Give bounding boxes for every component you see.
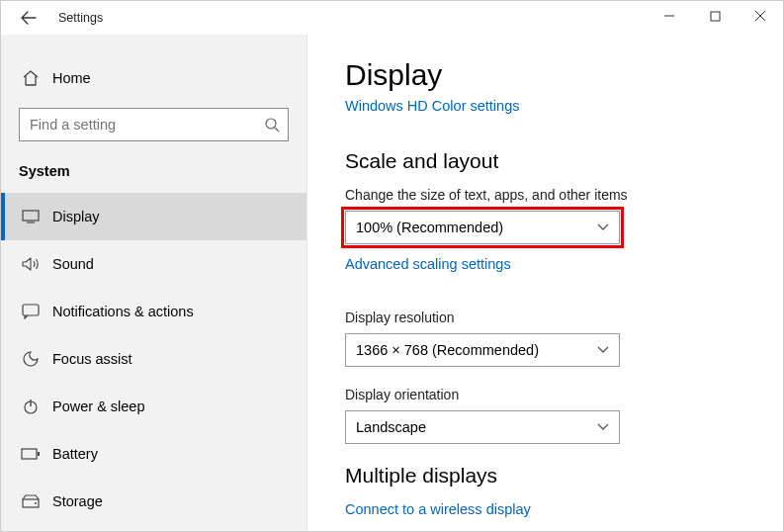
sidebar-item-label: Storage [52,493,103,509]
page-heading: Display [345,58,783,92]
sidebar-item-focus-assist[interactable]: Focus assist [1,335,306,383]
svg-rect-6 [38,452,40,456]
close-button[interactable] [738,1,783,31]
sidebar-item-label: Display [52,209,100,224]
scale-dropdown[interactable]: 100% (Recommended) [345,211,620,244]
sidebar-item-power[interactable]: Power & sleep [1,383,306,430]
orientation-group: Display orientation Landscape [345,387,783,444]
window-controls [647,1,783,31]
battery-icon [19,448,43,460]
section-heading-multi: Multiple displays [345,464,783,488]
sidebar-section-label: System [1,159,306,193]
sidebar-nav-list: Display Sound Notifications & actions Fo… [1,193,306,525]
sidebar-item-sound[interactable]: Sound [1,240,306,288]
search-icon [264,117,280,133]
resolution-label: Display resolution [345,310,783,325]
sidebar-item-display[interactable]: Display [1,193,306,240]
svg-point-8 [35,502,37,504]
search-input[interactable] [28,116,264,133]
main-content: Display Windows HD Color settings Scale … [307,35,783,531]
svg-rect-0 [711,12,720,21]
sidebar-item-label: Power & sleep [52,399,145,414]
back-button[interactable] [15,4,43,32]
sidebar-item-label: Focus assist [52,351,132,367]
minimize-icon [663,10,675,22]
svg-point-1 [266,119,276,129]
scale-label: Change the size of text, apps, and other… [345,187,783,203]
sidebar-item-label: Sound [52,256,94,272]
notifications-icon [19,304,43,319]
scale-group: Change the size of text, apps, and other… [345,187,783,290]
resolution-dropdown[interactable]: 1366 × 768 (Recommended) [345,333,620,367]
svg-rect-3 [23,305,39,315]
wireless-display-link[interactable]: Connect to a wireless display [345,501,531,517]
hd-color-link[interactable]: Windows HD Color settings [345,98,519,114]
focus-assist-icon [19,350,43,368]
home-nav[interactable]: Home [1,58,306,98]
chevron-down-icon [597,223,609,231]
sidebar-item-notifications[interactable]: Notifications & actions [1,288,306,335]
orientation-dropdown-value: Landscape [356,419,426,435]
svg-rect-2 [23,211,39,221]
minimize-button[interactable] [647,1,692,31]
sidebar-item-battery[interactable]: Battery [1,430,306,478]
section-heading-scale: Scale and layout [345,149,783,173]
sidebar-item-label: Notifications & actions [52,304,194,319]
storage-icon [19,494,43,508]
home-label: Home [52,70,91,86]
advanced-scaling-link[interactable]: Advanced scaling settings [345,256,511,272]
chevron-down-icon [597,423,609,431]
sidebar: Home System Display Sound [1,35,307,531]
arrow-left-icon [21,10,37,26]
svg-rect-5 [22,449,37,459]
search-box[interactable] [19,108,289,141]
maximize-button[interactable] [692,1,738,31]
maximize-icon [710,11,721,22]
orientation-label: Display orientation [345,387,783,402]
display-icon [19,210,43,223]
chevron-down-icon [597,346,609,354]
home-icon [19,69,43,87]
sidebar-item-label: Battery [52,446,98,462]
sound-icon [19,256,43,272]
orientation-dropdown[interactable]: Landscape [345,410,620,444]
scale-dropdown-value: 100% (Recommended) [356,220,503,235]
power-icon [19,399,43,414]
sidebar-item-storage[interactable]: Storage [1,478,306,525]
resolution-group: Display resolution 1366 × 768 (Recommend… [345,310,783,367]
close-icon [754,10,766,22]
window-title: Settings [58,11,103,25]
resolution-dropdown-value: 1366 × 768 (Recommended) [356,342,539,358]
